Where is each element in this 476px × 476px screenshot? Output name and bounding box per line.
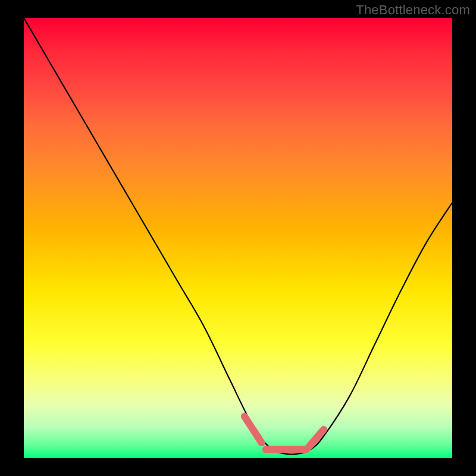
chart-container: TheBottleneck.com [0, 0, 476, 476]
plot-area [24, 18, 452, 458]
watermark-text: TheBottleneck.com [356, 2, 470, 18]
curve-svg [24, 18, 452, 458]
bottleneck-curve [24, 18, 452, 455]
highlight-segments [245, 416, 324, 450]
highlight-segment [245, 416, 262, 443]
